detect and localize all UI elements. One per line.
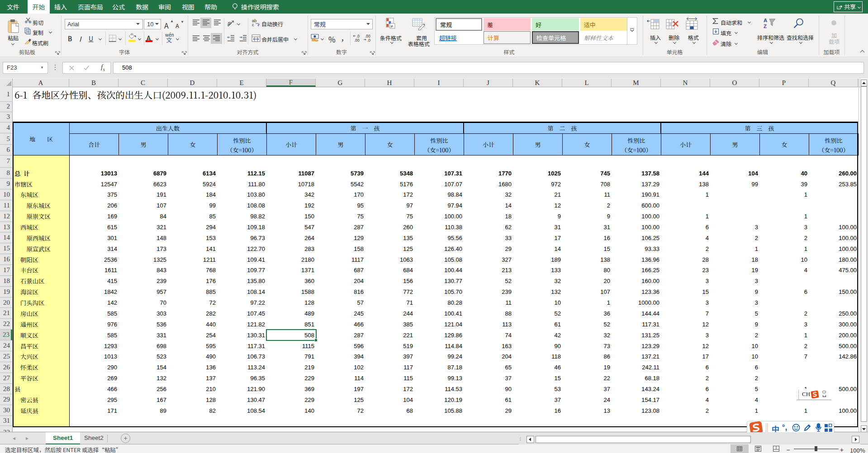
svg-text:c: c: [252, 22, 254, 27]
svg-text:Z: Z: [764, 24, 767, 29]
svg-text:.0: .0: [367, 38, 370, 42]
svg-text:.00: .00: [354, 38, 360, 42]
svg-text:≠: ≠: [391, 24, 394, 29]
svg-text:A: A: [764, 18, 767, 23]
